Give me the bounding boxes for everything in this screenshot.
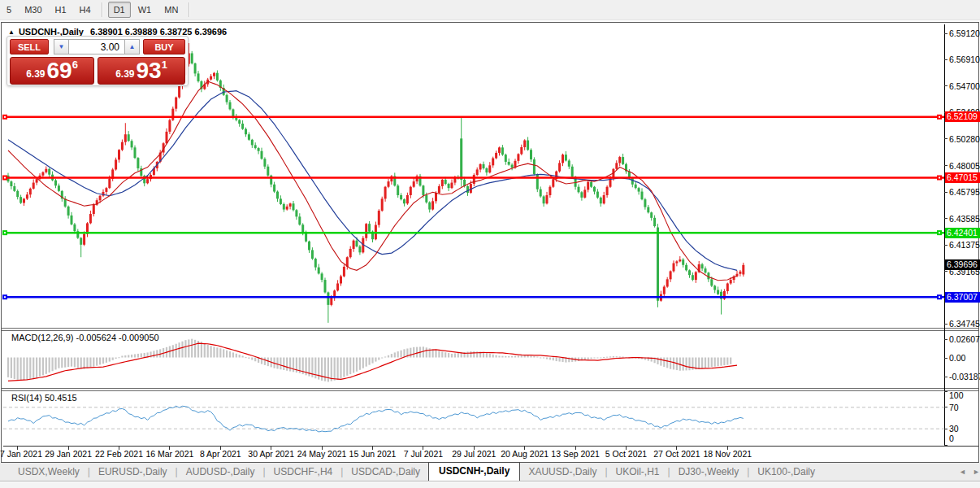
tab-scroll-right-icon[interactable]: ► [973, 468, 980, 476]
chart-tab-usdcnhdaily[interactable]: USDCNH-,Daily [428, 462, 520, 481]
chart-tab-usdxweekly[interactable]: USDX,Weekly [10, 464, 88, 481]
sell-price-button[interactable]: 6.39 69 6 [10, 57, 94, 85]
sell-price-pip: 6 [72, 59, 78, 71]
trading-platform-window: 5M30H1H4D1W1MN 6.591206.569106.547006.52… [0, 0, 980, 488]
buy-price-big: 93 [136, 59, 161, 82]
symbol-tab-bar: USDX,Weekly|EURUSD-,Daily|AUDUSD-,Daily|… [0, 463, 980, 481]
chart-tab-dj30weekly[interactable]: DJ30-,Weekly [670, 464, 747, 481]
trade-controls-row: SELL ▼ ▲ BUY [10, 39, 185, 54]
buy-price-pip: 1 [162, 59, 167, 71]
one-click-trade-panel: SELL ▼ ▲ BUY 6.39 69 6 6.39 93 1 [7, 36, 189, 86]
chart-tab-eurusddaily[interactable]: EURUSD-,Daily [90, 464, 176, 481]
status-strip [0, 481, 980, 488]
volume-decrease-icon[interactable]: ▼ [54, 39, 69, 54]
chart-tab-xauusddaily[interactable]: XAUUSD-,Daily [520, 464, 605, 481]
tab-scroll-left-icon[interactable]: ◄ [959, 468, 966, 476]
buy-button[interactable]: BUY [143, 39, 185, 54]
sell-price-big: 69 [46, 59, 72, 82]
volume-increase-icon[interactable]: ▲ [124, 39, 140, 54]
volume-input[interactable] [69, 39, 124, 54]
symbol-marker-icon: ▲ [8, 28, 15, 36]
chart-tab-ukoilh1[interactable]: UKOil-,H1 [608, 464, 668, 481]
sell-button[interactable]: SELL [10, 39, 49, 54]
sell-price-base: 6.39 [26, 68, 45, 80]
chart-tab-uk100daily[interactable]: UK100-,Daily [749, 464, 823, 481]
buy-price-base: 6.39 [115, 68, 134, 80]
chart-tab-audusddaily[interactable]: AUDUSD-,Daily [178, 464, 263, 481]
chart-tab-usdcaddaily[interactable]: USDCAD-,Daily [343, 464, 428, 481]
chart-tab-usdchfh4[interactable]: USDCHF-,H4 [266, 464, 341, 481]
buy-price-button[interactable]: 6.39 93 1 [98, 57, 185, 85]
volume-stepper: ▼ ▲ [54, 39, 140, 54]
